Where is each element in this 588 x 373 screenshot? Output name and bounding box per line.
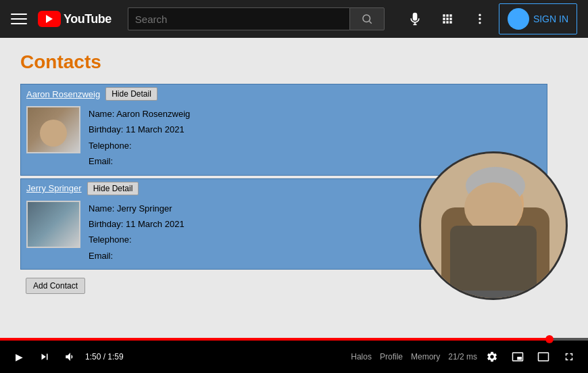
theater-button[interactable] xyxy=(533,346,554,368)
more-icon xyxy=(473,12,487,26)
video-controls: ▶ 1:50 / 1:59 Halos Profile Memory 21/2 … xyxy=(0,341,588,373)
search-button[interactable] xyxy=(349,7,385,30)
webcam-svg xyxy=(421,153,568,300)
svg-point-8 xyxy=(466,167,525,205)
search-icon xyxy=(361,13,373,25)
add-contact-button[interactable]: Add Contact xyxy=(26,278,85,294)
apps-button[interactable] xyxy=(434,5,461,32)
next-icon xyxy=(39,351,51,363)
search-container xyxy=(128,7,385,30)
chapter-halos: Halos xyxy=(351,352,372,362)
youtube-logo[interactable]: YouTube xyxy=(38,11,112,27)
video-content: Contacts Aaron Rosenzweig Hide Detail Na… xyxy=(0,38,588,341)
miniplayer-button[interactable] xyxy=(507,346,529,368)
next-button[interactable] xyxy=(34,346,55,368)
jerry-email-detail: Email: xyxy=(89,248,185,264)
sign-in-label: SIGN IN xyxy=(533,14,568,24)
microphone-icon xyxy=(408,12,422,26)
youtube-logo-icon xyxy=(38,11,61,27)
fullscreen-button[interactable] xyxy=(558,346,580,368)
controls-right xyxy=(481,346,580,368)
svg-rect-6 xyxy=(441,207,549,300)
fullscreen-icon xyxy=(563,351,575,363)
contact-details-jerry: Name: Jerry Springer Birthday: 11 March … xyxy=(89,201,185,264)
microphone-button[interactable] xyxy=(401,5,428,32)
contact-header-aaron: Aaron Rosenzweig Hide Detail xyxy=(21,84,547,103)
volume-icon xyxy=(64,351,76,363)
webcam-person xyxy=(421,153,566,298)
volume-button[interactable] xyxy=(59,346,81,368)
aaron-email-detail: Email: xyxy=(89,153,190,169)
settings-icon xyxy=(486,351,498,363)
contact-photo-aaron xyxy=(26,106,80,153)
jerry-birthday-detail: Birthday: 11 March 2021 xyxy=(89,216,185,232)
play-button[interactable]: ▶ xyxy=(8,346,30,368)
jerry-telephone-detail: Telephone: xyxy=(89,232,185,247)
topnav: YouTube xyxy=(0,0,588,38)
theater-icon xyxy=(537,351,549,363)
chapter-timing: 21/2 ms xyxy=(448,352,477,362)
jerry-name-detail: Name: Jerry Springer xyxy=(89,201,185,216)
sign-in-button[interactable]: SIGN IN xyxy=(499,3,577,34)
webcam-overlay xyxy=(419,151,568,300)
chapter-memory: Memory xyxy=(411,352,440,362)
hide-detail-button-jerry[interactable]: Hide Detail xyxy=(87,182,139,195)
contact-details-aaron: Name: Aaron Rosenzweig Birthday: 11 Marc… xyxy=(89,106,190,170)
search-input[interactable] xyxy=(128,7,349,30)
svg-point-2 xyxy=(479,14,481,16)
chapter-profile: Profile xyxy=(380,352,403,362)
youtube-logo-text: YouTube xyxy=(64,12,112,26)
more-options-button[interactable] xyxy=(466,5,493,32)
aaron-telephone-detail: Telephone: xyxy=(89,138,190,153)
svg-rect-9 xyxy=(474,209,493,218)
svg-rect-10 xyxy=(498,209,517,218)
avatar-icon xyxy=(508,8,529,30)
aaron-name-detail: Name: Aaron Rosenzweig xyxy=(89,106,190,122)
miniplayer-icon xyxy=(512,351,524,363)
hamburger-menu[interactable] xyxy=(11,11,27,27)
svg-point-0 xyxy=(363,15,370,22)
contacts-title: Contacts xyxy=(20,51,547,73)
hide-detail-button-aaron[interactable]: Hide Detail xyxy=(105,87,157,101)
svg-point-4 xyxy=(479,22,481,24)
time-display: 1:50 / 1:59 xyxy=(85,352,124,362)
contact-name-aaron[interactable]: Aaron Rosenzweig xyxy=(26,89,100,99)
contact-photo-jerry xyxy=(26,201,80,248)
svg-point-3 xyxy=(479,18,481,20)
play-icon: ▶ xyxy=(16,351,23,362)
apps-icon xyxy=(441,12,454,26)
contact-name-jerry[interactable]: Jerry Springer xyxy=(26,183,82,193)
settings-button[interactable] xyxy=(481,346,503,368)
nav-right: SIGN IN xyxy=(401,3,577,34)
svg-line-1 xyxy=(369,21,371,23)
aaron-birthday-detail: Birthday: 11 March 2021 xyxy=(89,122,190,137)
video-player: Contacts Aaron Rosenzweig Hide Detail Na… xyxy=(0,38,588,373)
chapter-markers: Halos Profile Memory 21/2 ms xyxy=(351,352,477,362)
